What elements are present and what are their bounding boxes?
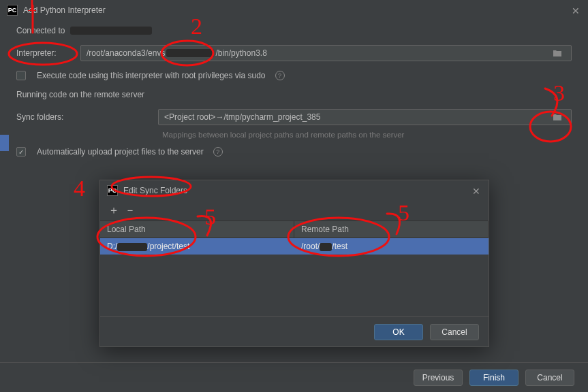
pycharm-icon: PC xyxy=(107,185,118,196)
pycharm-icon: PC xyxy=(7,5,18,16)
remote-path-prefix: /root/ xyxy=(301,242,320,251)
col-remote: Remote Path xyxy=(294,221,489,238)
remove-icon[interactable]: － xyxy=(125,203,136,218)
local-path-redacted xyxy=(117,243,147,251)
ok-button[interactable]: OK xyxy=(374,324,423,340)
close-icon[interactable]: ✕ xyxy=(572,5,580,16)
help-icon[interactable]: ? xyxy=(213,147,223,157)
table-header: Local Path Remote Path xyxy=(100,220,489,238)
auto-upload-checkbox[interactable]: ✓ xyxy=(16,147,26,157)
sync-folders-input[interactable]: <Project root>→/tmp/pycharm_project_385 xyxy=(158,109,572,125)
wizard-footer: Previous Finish Cancel xyxy=(0,362,588,392)
interpreter-path-suffix: /bin/python3.8 xyxy=(215,48,266,58)
sudo-label: Execute code using this interpreter with… xyxy=(37,71,266,80)
cancel-button[interactable]: Cancel xyxy=(430,324,479,340)
sync-hint: Mappings between local project paths and… xyxy=(162,131,572,139)
local-path-suffix: /project/test xyxy=(147,242,189,251)
help-icon[interactable]: ? xyxy=(275,71,285,80)
connected-to-label: Connected to xyxy=(16,26,65,35)
window-title: Add Python Interpreter xyxy=(23,5,106,15)
dialog-title: Edit Sync Folders xyxy=(123,186,187,195)
remote-path-redacted xyxy=(320,243,332,251)
sync-folders-label: Sync folders: xyxy=(16,112,153,122)
annotation-4: 4 xyxy=(74,176,85,201)
local-path-prefix: D:/ xyxy=(107,242,117,251)
auto-upload-label: Automatically upload project files to th… xyxy=(37,147,204,157)
interpreter-path-input[interactable]: /root/anaconda3/envs /bin/python3.8 xyxy=(80,45,572,61)
window-titlebar: PC Add Python Interpreter ✕ xyxy=(0,0,588,20)
interpreter-path-prefix: /root/anaconda3/envs xyxy=(87,48,165,58)
interpreter-label: Interpreter: xyxy=(16,48,75,58)
folder-icon[interactable] xyxy=(549,113,566,121)
cancel-button[interactable]: Cancel xyxy=(525,370,574,386)
col-local: Local Path xyxy=(100,221,294,238)
main-content: Connected to Interpreter: /root/anaconda… xyxy=(0,20,588,157)
left-edge-sliver xyxy=(0,0,9,392)
finish-button[interactable]: Finish xyxy=(469,370,519,386)
interpreter-redacted xyxy=(166,49,214,57)
previous-button[interactable]: Previous xyxy=(414,370,463,386)
table-row[interactable]: D://project/test /root//test xyxy=(100,238,489,255)
edit-sync-folders-dialog: PC Edit Sync Folders ✕ ＋ － Local Path Re… xyxy=(99,180,489,347)
remote-path-suffix: /test xyxy=(332,242,347,251)
section-heading: Running code on the remote server xyxy=(16,90,572,99)
sudo-checkbox[interactable] xyxy=(16,71,26,80)
connected-value-redacted xyxy=(70,27,152,35)
close-icon[interactable]: ✕ xyxy=(472,186,480,197)
add-icon[interactable]: ＋ xyxy=(108,203,119,218)
folder-icon[interactable] xyxy=(549,49,566,57)
sync-folders-value: <Project root>→/tmp/pycharm_project_385 xyxy=(164,112,320,122)
